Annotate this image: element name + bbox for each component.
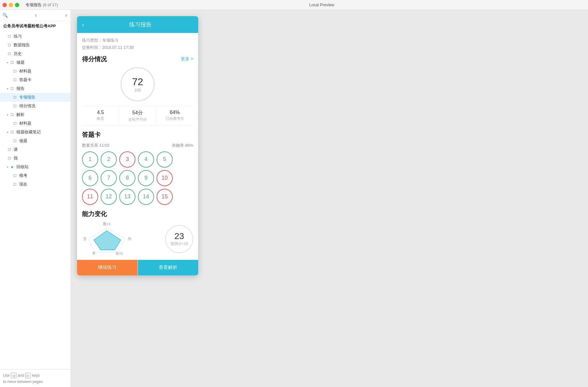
- sidebar-item-回收站[interactable]: ▾ ■ 回收站: [0, 163, 71, 171]
- badge-label: 预测分+10: [171, 241, 188, 246]
- left-key: ◁: [11, 373, 16, 378]
- answer-dot-2[interactable]: 2: [101, 151, 117, 168]
- sidebar-item-材料题2[interactable]: ☐ 材料题: [0, 119, 71, 128]
- sidebar-label: 材料题: [19, 68, 31, 74]
- doc-icon: ☐: [7, 43, 12, 48]
- sidebar-item-报告[interactable]: ▾ ☐ 报告: [0, 84, 71, 93]
- continue-practice-button[interactable]: 继续练习: [77, 260, 138, 275]
- minimize-button[interactable]: [9, 3, 13, 7]
- sidebar-item-历史[interactable]: ☐ 历史: [0, 49, 71, 58]
- sidebar-navigation: ☐ 练习 ☐ 数据报告 ☐ 历史 ▾ ☐ 做题 ☐ 材料题 ☐: [0, 30, 71, 369]
- sidebar-item-练习[interactable]: ☐ 练习: [0, 32, 71, 41]
- avg-score-value: 54分: [132, 110, 143, 116]
- answer-dot-10[interactable]: 10: [157, 170, 173, 186]
- sidebar-item-做题2[interactable]: ☐ 做题: [0, 136, 71, 145]
- sidebar-item-错题收藏笔记[interactable]: ▾ ☐ 错题收藏笔记: [0, 128, 71, 136]
- answer-section: 答题卡 数量关系 11/15 准确率 86% 1 2 3 4 5: [82, 131, 193, 205]
- sidebar-label: 回收站: [16, 164, 29, 170]
- doc-icon: ☐: [12, 138, 17, 143]
- accuracy-label: 准确率 86%: [172, 143, 193, 148]
- caret-icon: ▾: [7, 113, 8, 117]
- answer-dot-3[interactable]: 3: [119, 151, 135, 168]
- answer-dot-6[interactable]: 6: [82, 170, 98, 186]
- view-analysis-button[interactable]: 查看解析: [138, 260, 198, 275]
- mobile-header: ‹ 练习报告: [77, 16, 198, 33]
- main-layout: 🔍 ‹ › 公务员考试考题粉笔公考APP ☐ 练习 ☐ 数据报告 ☐ 历史 ▾ …: [0, 10, 588, 387]
- answer-grid: 1 2 3 4 5 6 7 8 9 10: [82, 151, 193, 205]
- right-key: ▷: [25, 373, 31, 378]
- score-value: 72: [132, 76, 143, 88]
- sidebar-item-解析[interactable]: ▾ ☐ 解析: [0, 110, 71, 119]
- doc-icon: ☐: [7, 156, 12, 161]
- score-circle: 72 100: [121, 67, 155, 101]
- answer-dot-15[interactable]: 15: [157, 189, 173, 205]
- sidebar-item-模考[interactable]: ☐ 模考: [0, 171, 71, 180]
- avg-score-label: 全站平均分: [128, 117, 147, 122]
- sidebar-item-数据报告[interactable]: ☐ 数据报告: [0, 41, 71, 49]
- difficulty-value: 4.5: [97, 110, 104, 115]
- ability-content: 数+1 判 资+1 常 言: [82, 222, 193, 256]
- doc-icon: ☐: [12, 182, 17, 187]
- sidebar: 🔍 ‹ › 公务员考试考题粉笔公考APP ☐ 练习 ☐ 数据报告 ☐ 历史 ▾ …: [0, 10, 71, 387]
- doc-icon: ☐: [12, 104, 17, 108]
- sidebar-label: 历史: [14, 51, 22, 57]
- doc-icon: ☐: [12, 173, 17, 178]
- sidebar-label: 我: [14, 155, 18, 161]
- report-title: 练习报告: [88, 21, 193, 28]
- sidebar-item-答题卡[interactable]: ☐ 答题卡: [0, 76, 71, 84]
- answer-dot-14[interactable]: 14: [138, 189, 154, 205]
- footer-and-label: and: [18, 373, 24, 378]
- back-button[interactable]: ‹: [82, 21, 84, 28]
- sidebar-item-做题[interactable]: ▾ ☐ 做题: [0, 58, 71, 67]
- beat-label: 已击败考生: [166, 116, 184, 121]
- next-page-arrow[interactable]: ›: [64, 11, 68, 19]
- svg-text:数+1: 数+1: [103, 222, 111, 226]
- sidebar-item-专项报告[interactable]: ☐ 专项报告: [0, 93, 71, 102]
- sidebar-item-课[interactable]: ☐ 课: [0, 145, 71, 154]
- answer-dot-9[interactable]: 9: [138, 170, 154, 186]
- answer-dot-4[interactable]: 4: [138, 151, 154, 168]
- prev-page-arrow[interactable]: ‹: [34, 11, 38, 19]
- sidebar-search-nav: 🔍 ‹ ›: [0, 10, 71, 21]
- answer-dot-5[interactable]: 5: [157, 151, 173, 168]
- sidebar-item-我[interactable]: ☐ 我: [0, 154, 71, 163]
- sidebar-item-得分情况[interactable]: ☐ 得分情况: [0, 102, 71, 110]
- answer-dot-12[interactable]: 12: [101, 189, 117, 205]
- doc-icon: ☐: [7, 34, 12, 39]
- maximize-button[interactable]: [15, 3, 19, 7]
- sidebar-label: 错题收藏笔记: [16, 129, 41, 135]
- sidebar-label: 专项报告: [19, 94, 35, 100]
- answer-dot-1[interactable]: 1: [82, 151, 98, 168]
- answer-dot-8[interactable]: 8: [119, 170, 135, 186]
- difficulty-label: 难度: [97, 116, 104, 121]
- ability-section: 能力变化 数+1 判 资+1 常 言: [82, 210, 193, 256]
- footer-keys-line: Use ◁ and ▷ keys: [3, 373, 67, 378]
- sidebar-label: 练习: [14, 34, 22, 39]
- sidebar-label: 得分情况: [19, 103, 35, 109]
- stat-difficulty: 4.5 难度: [82, 107, 119, 125]
- close-button[interactable]: [2, 3, 7, 7]
- quantity-label: 数量关系 11/15: [82, 143, 109, 148]
- caret-icon: ▾: [7, 131, 8, 134]
- footer-instruction: to move between pages: [3, 380, 67, 384]
- time-label: 交卷时间：2016.07.11 17:30: [82, 45, 134, 50]
- exercise-meta: 练习类型：专项练习 交卷时间：2016.07.11 17:30: [82, 37, 193, 51]
- answer-meta: 数量关系 11/15 准确率 86%: [82, 143, 193, 148]
- answer-dot-11[interactable]: 11: [82, 189, 98, 205]
- sidebar-label: 做题: [16, 60, 25, 65]
- caret-icon: ▾: [7, 61, 8, 64]
- more-link[interactable]: 更多 >: [181, 56, 193, 62]
- answer-row-3: 11 12 13 14 15: [82, 189, 193, 205]
- footer-keys-label: keys: [32, 373, 40, 378]
- sidebar-item-材料题1[interactable]: ☐ 材料题: [0, 67, 71, 76]
- sidebar-item-现在[interactable]: ☐ 现在: [0, 180, 71, 189]
- app-title: 公务员考试考题粉笔公考APP: [0, 21, 71, 30]
- svg-text:资+1: 资+1: [116, 251, 123, 255]
- window-title: 专项报告: [25, 2, 42, 8]
- radar-chart: 数+1 判 资+1 常 言: [82, 222, 132, 256]
- top-bar: 专项报告 (8 of 17) Local Preview: [0, 0, 588, 10]
- answer-dot-13[interactable]: 13: [119, 189, 135, 205]
- answer-dot-7[interactable]: 7: [101, 170, 117, 186]
- answer-section-header: 答题卡: [82, 131, 193, 139]
- sidebar-label: 解析: [16, 112, 25, 117]
